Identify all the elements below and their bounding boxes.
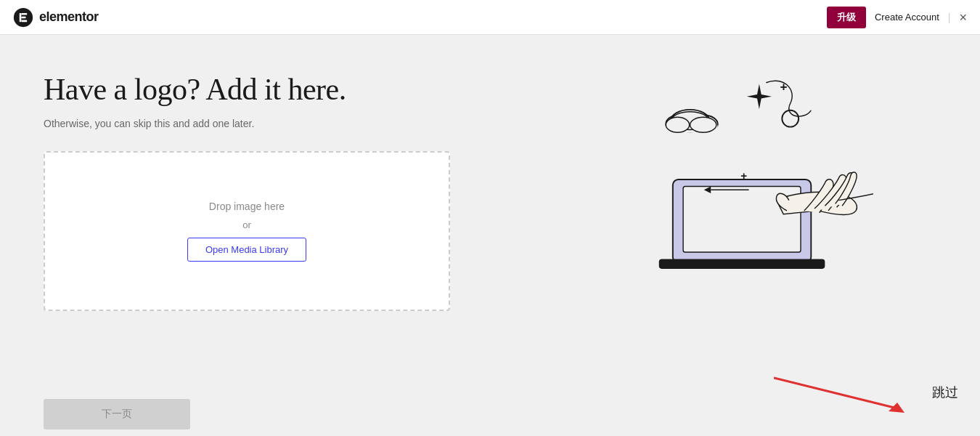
create-account-link[interactable]: Create Account — [875, 12, 939, 23]
or-text: or — [242, 219, 251, 230]
drop-text: Drop image here — [209, 201, 285, 212]
page-subtitle: Otherwise, you can skip this and add one… — [44, 118, 496, 129]
elementor-logo-icon — [13, 7, 33, 28]
page-title: Have a logo? Add it here. — [44, 71, 496, 108]
right-panel: + + 跳过 — [539, 35, 981, 436]
top-navigation: elementor 升级 Create Account | × — [0, 0, 980, 35]
illustration-svg: + + — [583, 49, 873, 282]
nav-divider: | — [948, 12, 951, 23]
logo-text: elementor — [39, 9, 99, 25]
svg-rect-6 — [658, 259, 825, 269]
upgrade-button[interactable]: 升级 — [827, 7, 866, 28]
logo-area: elementor — [13, 7, 99, 28]
svg-point-16 — [690, 117, 716, 132]
svg-text:+: + — [740, 169, 747, 182]
svg-rect-2 — [21, 12, 27, 15]
bottom-bar: 下一页 — [0, 392, 980, 436]
next-page-button[interactable]: 下一页 — [44, 399, 190, 429]
open-media-library-button[interactable]: Open Media Library — [187, 238, 306, 262]
svg-rect-4 — [21, 20, 27, 22]
close-button[interactable]: × — [959, 11, 967, 24]
main-content: Have a logo? Add it here. Otherwise, you… — [0, 35, 980, 436]
illustration-area: + + — [583, 49, 888, 296]
drop-zone[interactable]: Drop image here or Open Media Library — [44, 151, 450, 311]
svg-rect-1 — [20, 12, 22, 21]
svg-point-15 — [666, 117, 689, 132]
svg-rect-3 — [21, 16, 25, 18]
left-panel: Have a logo? Add it here. Otherwise, you… — [0, 35, 539, 347]
nav-right: 升级 Create Account | × — [827, 7, 967, 28]
